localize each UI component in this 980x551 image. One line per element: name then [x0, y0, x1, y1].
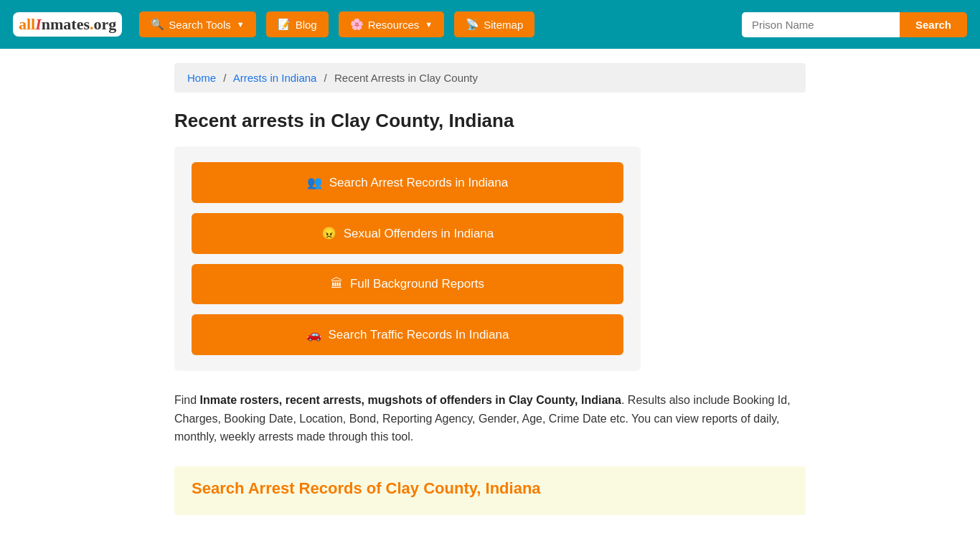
search-tools-button[interactable]: 🔍 Search Tools ▼ — [139, 11, 255, 37]
site-header: allInmates.org 🔍 Search Tools ▼ 📝 Blog 🌸… — [0, 0, 980, 49]
background-reports-icon: 🏛 — [331, 277, 343, 291]
breadcrumb-arrests-indiana[interactable]: Arrests in Indiana — [233, 72, 317, 84]
logo-nmates-text: nmates — [42, 15, 90, 34]
background-reports-button[interactable]: 🏛 Full Background Reports — [192, 264, 623, 304]
logo-all-text: all — [19, 15, 35, 34]
breadcrumb-current: Recent Arrests in Clay County — [334, 72, 478, 84]
chevron-down-icon: ▼ — [237, 20, 245, 29]
blog-icon: 📝 — [278, 18, 291, 31]
sitemap-label: Sitemap — [484, 19, 523, 31]
logo-org-text: org — [94, 15, 117, 34]
resources-button[interactable]: 🌸 Resources ▼ — [339, 11, 445, 37]
resources-label: Resources — [368, 19, 420, 31]
description-prefix: Find — [174, 394, 200, 406]
chevron-down-icon-resources: ▼ — [425, 20, 433, 29]
breadcrumb-home[interactable]: Home — [187, 72, 216, 84]
sitemap-button[interactable]: 📡 Sitemap — [454, 11, 534, 37]
sexual-offenders-icon: 😠 — [321, 226, 336, 241]
blog-button[interactable]: 📝 Blog — [266, 11, 329, 37]
search-arrest-section-title: Search Arrest Records of Clay County, In… — [192, 479, 788, 498]
prison-search-button[interactable]: Search — [900, 12, 967, 37]
breadcrumb-sep-1: / — [223, 72, 226, 84]
breadcrumb: Home / Arrests in Indiana / Recent Arres… — [174, 63, 806, 93]
sitemap-icon: 📡 — [466, 18, 479, 31]
search-tools-icon: 🔍 — [151, 18, 164, 31]
logo-i-text: I — [35, 15, 42, 34]
traffic-records-label: Search Traffic Records In Indiana — [329, 328, 509, 342]
header-search-group: Search — [742, 12, 967, 37]
sexual-offenders-button[interactable]: 😠 Sexual Offenders in Indiana — [192, 213, 623, 254]
action-box: 👥 Search Arrest Records in Indiana 😠 Sex… — [174, 146, 641, 371]
description-bold: Inmate rosters, recent arrests, mugshots… — [200, 394, 621, 406]
resources-icon: 🌸 — [350, 18, 364, 31]
search-tools-label: Search Tools — [169, 19, 230, 31]
search-arrest-icon: 👥 — [307, 175, 322, 190]
prison-search-input[interactable] — [742, 12, 900, 37]
blog-label: Blog — [296, 19, 317, 31]
sexual-offenders-label: Sexual Offenders in Indiana — [344, 227, 494, 241]
search-arrest-label: Search Arrest Records in Indiana — [329, 176, 508, 190]
background-reports-label: Full Background Reports — [350, 277, 484, 291]
search-arrest-section: Search Arrest Records of Clay County, In… — [174, 466, 806, 515]
page-title: Recent arrests in Clay County, Indiana — [174, 110, 806, 132]
main-content: Home / Arrests in Indiana / Recent Arres… — [153, 49, 827, 529]
search-arrest-records-button[interactable]: 👥 Search Arrest Records in Indiana — [192, 162, 623, 203]
breadcrumb-sep-2: / — [324, 72, 327, 84]
traffic-records-button[interactable]: 🚗 Search Traffic Records In Indiana — [192, 314, 623, 355]
traffic-records-icon: 🚗 — [306, 327, 321, 342]
description-text: Find Inmate rosters, recent arrests, mug… — [174, 391, 806, 446]
site-logo[interactable]: allInmates.org — [13, 12, 122, 37]
